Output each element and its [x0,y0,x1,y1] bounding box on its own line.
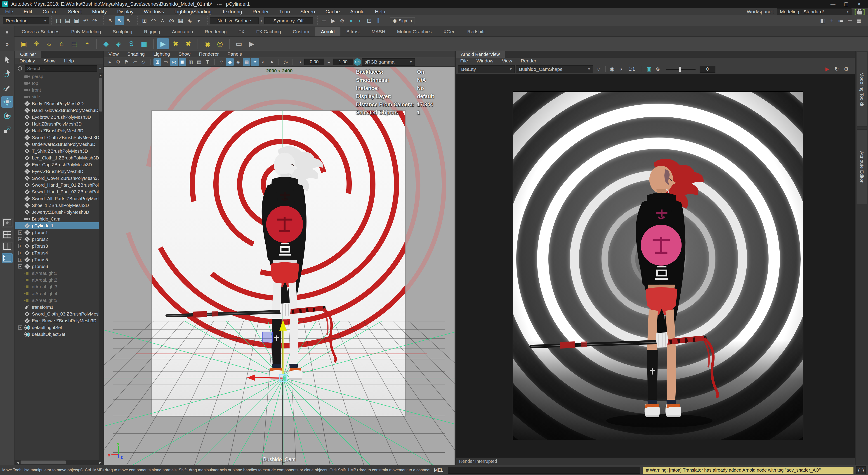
search-filter-icon[interactable] [17,66,23,71]
lasso-tool[interactable] [1,68,13,80]
outliner-item-ptorus5[interactable]: +pTorus5 [15,256,99,263]
viewport-canvas[interactable]: 2000 x 2400 Backfaces:OnSmoothness:N/AIn… [104,67,455,465]
light-editor-icon[interactable]: ◐ [356,16,365,25]
shelf-tab-bifrost[interactable]: Bifrost [340,27,366,36]
render-camera-selector[interactable]: Bushido_CamShape ▾ [516,65,593,73]
screen-space-ao-icon[interactable]: ● [268,58,276,66]
select-camera-icon[interactable]: ▸ [106,58,114,66]
layout-two-pane-button[interactable] [2,242,13,251]
exposure-slider[interactable] [666,69,695,70]
scroll-thumb[interactable] [99,78,102,112]
shelf-gear-icon[interactable]: ⚙ [3,41,11,48]
outliner-item-ptorus6[interactable]: +pTorus6 [15,263,99,270]
outliner-item-eye-browe-zbrushpolymesh3d[interactable]: Eye_Browe:ZBrushPolyMesh3D [15,317,99,324]
shelf-tab-curves-surfaces[interactable]: Curves / Surfaces [16,27,65,36]
zoom-ratio-label[interactable]: 1:1 [626,66,637,72]
play-render-sequence-icon[interactable]: ▶ [246,38,257,49]
menu-stereo[interactable]: Stereo [295,8,320,15]
shadows-icon[interactable]: ◐ [259,58,267,66]
expand-icon[interactable]: + [18,258,22,262]
mesh-light-icon[interactable]: ☼ [43,38,55,49]
shelf-tab-motion-graphics[interactable]: Motion Graphics [391,27,438,36]
use-all-lights-icon[interactable]: ☀ [251,58,259,66]
renderview-menu-render[interactable]: Render [517,58,541,64]
menu-arnold[interactable]: Arnold [345,8,370,15]
expand-icon[interactable]: + [18,237,22,241]
minimize-button[interactable]: — [827,0,839,8]
new-scene-icon[interactable]: ▢ [54,16,63,25]
outliner-item-nails-zbrushpolymesh3d[interactable]: Nails:ZBrushPolyMesh3D [15,127,99,134]
menu-windows[interactable]: Windows [139,8,169,15]
shelf-tab-rendering[interactable]: Rendering [199,27,232,36]
photometric-light-icon[interactable]: ⌂ [56,38,67,49]
select-by-object-icon[interactable]: ↖ [115,16,124,25]
panel-tab-attribute-editor[interactable]: Attribute Editor [857,129,867,204]
gate-mask-icon[interactable]: ▣ [179,58,186,66]
live-surface-field[interactable]: No Live Surface [210,18,258,24]
menu-create[interactable]: Create [37,8,63,15]
snap-options-arrow-icon[interactable]: ▾ [194,16,203,25]
shelf-tab-menu-icon[interactable]: ≡ [3,29,11,36]
outliner-item-persp[interactable]: persp [15,73,99,80]
outliner-item-sword-cover-zbrushpolymesh3d[interactable]: Sword_Cover:ZBrushPolyMesh3D [15,175,99,182]
snap-to-view-planes-icon[interactable]: ▦ [176,16,185,25]
gamma-field[interactable] [333,59,353,65]
outliner-item-ptorus2[interactable]: +pTorus2 [15,236,99,243]
colorspace-enabled-icon[interactable]: ON [354,58,361,66]
outliner-item-pcylinder1[interactable]: pCylinder1 [15,222,99,229]
camera-attributes-icon[interactable]: ⚙ [114,58,122,66]
expand-icon[interactable]: + [18,264,22,268]
outliner-search-input[interactable] [25,65,97,72]
outliner-menu-display[interactable]: Display [15,58,39,64]
outliner-item-hand-glove-zbrushpolymesh3d[interactable]: Hand_Glove:ZBrushPolyMesh3D [15,107,99,114]
attribute-editor-toggle-icon[interactable]: ≔ [836,16,845,25]
viewport-menu-panels[interactable]: Panels [223,51,246,57]
workspace-selector[interactable]: Modeling - Standard* ▾ [777,8,851,15]
menu-toon[interactable]: Toon [274,8,295,15]
arnold-renderview-open-icon[interactable]: ▶ [157,38,168,49]
volume-icon[interactable]: ▦ [138,38,150,49]
shelf-tab-custom[interactable]: Custom [287,27,315,36]
menu-render[interactable]: Render [247,8,274,15]
region-render-icon[interactable]: ◌ [594,65,603,73]
redo-icon[interactable]: ↷ [90,16,99,25]
menu-edit[interactable]: Edit [18,8,37,15]
render-setup-icon[interactable]: ⊡ [365,16,374,25]
outliner-item-front[interactable]: front [15,87,99,93]
move-tool[interactable] [1,96,13,108]
symmetry-field[interactable]: Symmetry: Off [264,18,313,24]
alpha-channel-icon[interactable]: ◑ [616,65,625,73]
outliner-item-defaultlightset[interactable]: +defaultLightSet [15,324,99,331]
textured-icon[interactable]: ▩ [243,58,250,66]
outliner-item-sword-cloth-03-zbrushpolymesh3d[interactable]: Sword_Cloth_03:ZBrushPolyMesh3D [15,310,99,317]
outliner-item-jewerry-zbrushpolymesh3d[interactable]: Jewerry:ZBrushPolyMesh3D [15,209,99,215]
make-object-live-icon[interactable]: ◈ [185,16,194,25]
select-by-component-icon[interactable]: ↖ [124,16,133,25]
exposure-toggle-icon[interactable]: ◑ [296,58,304,66]
render-settings-icon[interactable]: ⚙ [338,16,347,25]
menu-help[interactable]: Help [370,8,391,15]
area-light-icon[interactable]: ▣ [18,38,29,49]
hypershade-icon[interactable]: ● [347,16,356,25]
update-full-scene-icon[interactable]: ✖ [170,38,181,49]
shelf-tab-rigging[interactable]: Rigging [138,27,166,36]
shelf-tab-arnold[interactable]: Arnold [315,27,341,36]
exposure-field[interactable] [304,59,324,65]
shelf-tab-redshift[interactable]: Redshift [461,27,491,36]
viewport-menu-shading[interactable]: Shading [123,51,149,57]
crop-region-icon[interactable]: ▣ [645,65,653,73]
menu-lighting-shading[interactable]: Lighting/Shading [169,8,217,15]
scale-tool[interactable] [1,124,13,136]
renderview-canvas[interactable] [456,75,855,457]
bookmark-view-icon[interactable]: ⚑ [123,58,130,66]
shelf-tab-fx[interactable]: FX [232,27,250,36]
outliner-item-ptorus4[interactable]: +pTorus4 [15,249,99,256]
start-render-icon[interactable]: ▶ [823,65,832,73]
renderview-menu-window[interactable]: Window [472,58,498,64]
viewport-menu-renderer[interactable]: Renderer [195,51,223,57]
outliner-item-ptorus3[interactable]: +pTorus3 [15,243,99,249]
renderview-exposure-field[interactable] [700,66,715,72]
outliner-item-eyes-zbrushpolymesh3d[interactable]: Eyes:ZBrushPolyMesh3D [15,168,99,175]
renderview-menu-view[interactable]: View [498,58,517,64]
standin-icon[interactable]: ◆ [100,38,112,49]
